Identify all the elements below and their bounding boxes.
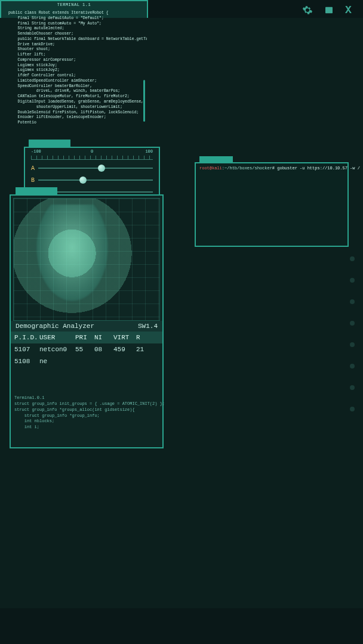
footer-code-line: struct group_info *group_info; <box>14 413 159 419</box>
close-icon[interactable]: X <box>345 5 356 16</box>
top-toolbar: X <box>302 5 356 16</box>
cell-pid: 5107 <box>14 346 35 353</box>
code-line: Compressor airCompressor; <box>8 58 142 63</box>
cell-virt <box>113 358 131 365</box>
code-line: DoubleSolenoid firePiston, liftPiston, l… <box>8 110 142 116</box>
world-map[interactable] <box>13 198 160 321</box>
scrollbar-thumb[interactable] <box>143 80 145 122</box>
col-pri: PRI <box>75 334 90 341</box>
code-line: Encoder liftEncoder, telescopeEncoder; <box>8 115 142 120</box>
pager-dot[interactable] <box>350 299 355 304</box>
shell-prompt-line[interactable]: root@kali:~/htb/boxes/shocker# gobuster … <box>199 166 344 172</box>
analyzer-titlebar: Demographic Analyzer SW1.4 <box>11 321 162 332</box>
table-row[interactable]: 5108ne <box>11 355 162 367</box>
col-user: USER <box>39 334 70 341</box>
code-line: shooterUpperLimit, shooterLowerLimit; <box>8 105 142 110</box>
footer-code-line: struct group_info init_groups = { .usage… <box>14 401 159 407</box>
analyzer-version: SW1.4 <box>138 323 158 330</box>
code-line: public class Robot extends IterativeRobo… <box>8 11 142 16</box>
shell-prompt: # <box>272 166 275 171</box>
code-line: final String customAuto = "My Auto"; <box>8 21 142 27</box>
cell-pid: 5108 <box>14 358 35 365</box>
pager-dot[interactable] <box>350 256 355 261</box>
pager-dot[interactable] <box>350 321 355 326</box>
col-r: R <box>136 334 148 341</box>
cell-pri: 55 <box>75 346 90 353</box>
code-line: Drive tankDrive; <box>8 42 142 48</box>
col-pid: P.I.D. <box>14 334 35 341</box>
footer-code-line: struct group_info *groups_alloc(int gids… <box>14 407 159 413</box>
cell-user: netcon0 <box>39 346 70 353</box>
shell-terminal-window[interactable]: root@kali:~/htb/boxes/shocker# gobuster … <box>195 162 349 247</box>
analyzer-title: Demographic Analyzer <box>16 323 94 330</box>
code-line: Potentio <box>8 120 142 126</box>
code-terminal-window[interactable]: TERMINAL 1.1 public class Robot extends … <box>0 0 148 202</box>
col-virt: VIRT <box>113 334 131 341</box>
code-line: CANTalon telescopeMotor, fireMotor1, fir… <box>8 94 142 100</box>
cell-user: ne <box>39 358 70 365</box>
shell-path: ~/htb/boxes/shocker <box>224 166 272 171</box>
footer-code-line: int i; <box>14 425 159 431</box>
pager-dot[interactable] <box>350 407 355 411</box>
cell-r <box>136 358 148 365</box>
cell-virt: 459 <box>113 346 131 353</box>
code-line: String autoSelected; <box>8 26 142 32</box>
code-line: final String defaultAuto = "Default"; <box>8 16 142 21</box>
table-row[interactable]: 5107netcon0550845921 <box>11 343 162 355</box>
cell-r: 21 <box>136 346 148 353</box>
footer-code-line: int nblocks; <box>14 419 159 425</box>
pager-dot[interactable] <box>350 385 355 390</box>
cell-pri <box>75 358 90 365</box>
analyzer-footer-terminal: Terminal.0.1 struct group_info init_grou… <box>11 394 162 432</box>
code-line: SendableChooser chooser; <box>8 32 142 37</box>
shell-command: gobuster -u https://10.10.57 -w / <box>277 166 360 171</box>
analyzer-window[interactable]: Demographic Analyzer SW1.4 P.I.D. USER P… <box>10 194 164 448</box>
window-icon[interactable] <box>324 5 334 16</box>
shell-host: kali <box>212 166 222 171</box>
code-line: DigitalInput loadedSense, grabSense, arm… <box>8 100 142 105</box>
col-ni: NI <box>94 334 109 341</box>
code-line: public final NetworkTable dashboard = Ne… <box>8 37 142 42</box>
svg-rect-0 <box>325 7 333 14</box>
side-pager <box>350 256 355 411</box>
cell-ni <box>94 358 109 365</box>
code-terminal-title: TERMINAL 1.1 <box>1 1 147 8</box>
window-tab[interactable] <box>199 156 233 163</box>
code-line: SpeedController beaterBarRoller, <box>8 84 142 89</box>
cell-ni: 08 <box>94 346 109 353</box>
code-line: ifdef Controller control; <box>8 73 142 79</box>
pager-dot[interactable] <box>350 278 355 283</box>
code-line: Logimex stickJoy2; <box>8 68 142 73</box>
code-body[interactable]: public class Robot extends IterativeRobo… <box>1 8 147 199</box>
pager-dot[interactable] <box>350 364 355 369</box>
process-table-header: P.I.D. USER PRI NI VIRT R <box>11 332 162 343</box>
code-line: Lifter lift; <box>8 52 142 58</box>
pager-dot[interactable] <box>350 342 355 347</box>
code-line: Logimex stickJoy; <box>8 63 142 69</box>
footer-term-label: Terminal.0.1 <box>14 395 159 400</box>
shell-user: root <box>199 166 210 171</box>
settings-icon[interactable] <box>302 5 313 16</box>
code-line: LimitedSpeedController aimShooter; <box>8 79 142 84</box>
code-line: Shooter shoot; <box>8 47 142 52</box>
code-line: driveL, driveR, winch, beaterBarPos; <box>8 89 142 94</box>
